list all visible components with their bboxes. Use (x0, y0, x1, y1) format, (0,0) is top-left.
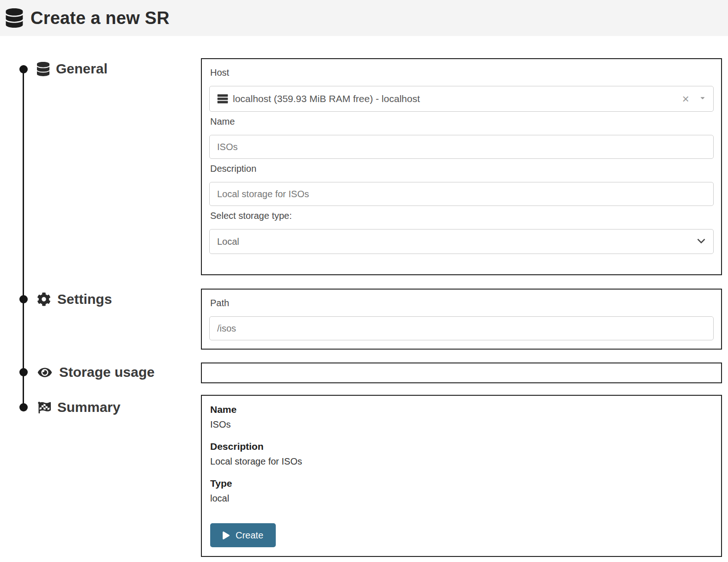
summary-name-value: ISOs (210, 419, 713, 430)
play-icon (223, 532, 230, 539)
clear-icon[interactable]: × (682, 93, 689, 105)
description-label: Description (210, 163, 714, 174)
storage-type-value: Local (217, 236, 239, 247)
host-select-value: localhost (359.93 MiB RAM free) - localh… (233, 93, 420, 104)
step-bullet-general (19, 65, 28, 73)
database-icon (37, 62, 49, 76)
summary-panel: Name ISOs Description Local storage for … (201, 395, 722, 557)
path-input[interactable] (209, 316, 714, 340)
server-icon (217, 93, 228, 104)
name-input[interactable] (209, 135, 714, 159)
host-select[interactable]: localhost (359.93 MiB RAM free) - localh… (209, 86, 714, 112)
gear-icon (37, 292, 51, 306)
step-label-settings: Settings (57, 291, 112, 307)
summary-type-value: local (210, 493, 713, 504)
step-bullet-settings (19, 295, 28, 303)
settings-panel: Path (201, 289, 722, 350)
step-bullet-storage-usage (19, 368, 28, 376)
eye-icon (37, 366, 53, 379)
step-bullet-summary (19, 403, 28, 411)
description-input[interactable] (209, 182, 714, 206)
caret-down-icon[interactable] (699, 95, 706, 103)
summary-name-label: Name (210, 404, 713, 415)
step-label-general: General (56, 61, 108, 77)
general-panel: Host localhost (359.93 MiB RAM free) - l… (201, 58, 722, 275)
summary-description-value: Local storage for ISOs (210, 456, 713, 467)
storage-usage-panel (201, 363, 722, 383)
path-label: Path (210, 298, 714, 308)
page-header: Create a new SR (0, 0, 728, 36)
create-button-label: Create (236, 530, 263, 541)
name-label: Name (210, 116, 714, 127)
summary-type-label: Type (210, 478, 713, 489)
storage-type-label: Select storage type: (210, 211, 714, 221)
create-button[interactable]: Create (210, 523, 276, 547)
flag-icon (37, 400, 51, 414)
host-label: Host (210, 67, 714, 78)
summary-description-label: Description (210, 441, 713, 452)
step-storage-usage: Storage usage (37, 362, 155, 382)
step-settings: Settings (37, 289, 112, 309)
step-summary: Summary (37, 397, 121, 417)
step-label-storage-usage: Storage usage (59, 364, 155, 380)
database-icon (5, 8, 24, 28)
page-title: Create a new SR (30, 8, 170, 28)
stepper-line (23, 69, 24, 407)
storage-type-select[interactable]: Local (209, 229, 714, 254)
step-label-summary: Summary (57, 399, 121, 415)
chevron-down-icon (697, 236, 706, 248)
step-general: General (37, 59, 108, 79)
